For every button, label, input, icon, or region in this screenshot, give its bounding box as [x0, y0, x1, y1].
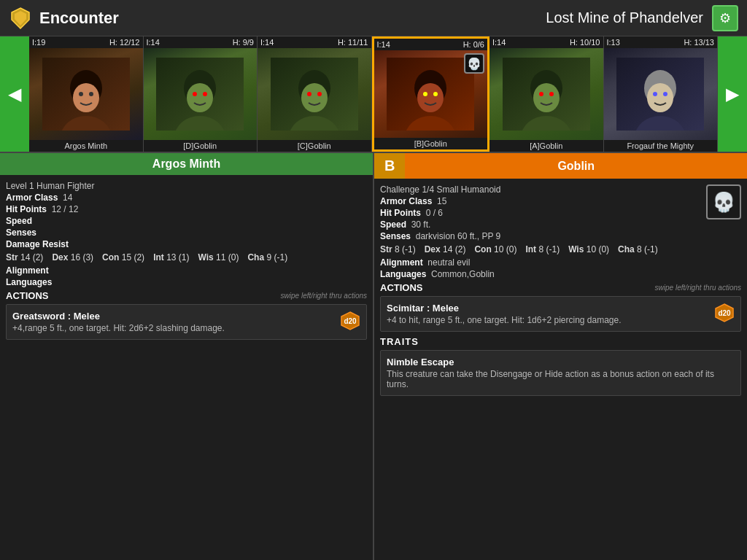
combatants-list: I:19H: 12/12Argos MinthI:14H: 9/9[D]Gobl…: [29, 36, 718, 152]
portrait-face-dgoblin: [144, 48, 258, 140]
initiative-bar: ◀ I:19H: 12/12Argos MinthI:14H: 9/9[D]Go…: [0, 36, 747, 153]
svg-point-19: [317, 92, 322, 96]
left-panel-header: Argos Minth: [0, 153, 373, 175]
right-speed-val: 30 ft.: [411, 219, 431, 230]
svg-point-24: [423, 92, 427, 96]
next-combatant-button[interactable]: ▶: [718, 36, 747, 152]
right-trait-desc: This creature can take the Disengage or …: [387, 369, 735, 389]
initiative-frogauf: I:13: [607, 38, 620, 47]
combatant-name-frogauf: Frogauf the Mighty: [604, 140, 718, 152]
initiative-argos: I:19: [32, 38, 45, 47]
portrait-face-cgoblin: [258, 48, 371, 140]
initiative-agoblin: I:14: [492, 38, 506, 47]
hp-frogauf: H: 13/13: [684, 38, 714, 47]
left-dr-label: Damage Resist: [6, 239, 69, 249]
svg-point-31: [549, 92, 554, 96]
svg-point-17: [301, 83, 328, 112]
hp-cgoblin: H: 11/11: [338, 38, 368, 47]
left-hp-label: Hit Points: [6, 204, 47, 214]
left-ac-label: Armor Class: [6, 192, 58, 203]
right-speed-label: Speed: [380, 219, 406, 230]
header-left: Encounter: [9, 7, 119, 30]
combatant-stats-bgoblin: I:14H: 0/6: [374, 39, 488, 50]
combatant-card-bgoblin[interactable]: I:14H: 0/6💀[B]Goblin: [372, 36, 490, 152]
left-hp: Hit Points 12 / 12: [6, 204, 367, 214]
left-languages-label: Languages: [6, 277, 52, 287]
right-alignment: Alignment neutral evil: [380, 257, 741, 268]
header: Encounter Lost Mine of Phandelver ⚙: [0, 0, 747, 36]
right-panel-header: Goblin: [405, 153, 747, 179]
main-content: Argos Minth Level 1 Human Fighter Armor …: [0, 153, 747, 560]
right-trait-card[interactable]: Nimble Escape This creature can take the…: [380, 350, 741, 396]
right-ac-label: Armor Class: [380, 196, 432, 206]
portrait-frogauf: [604, 48, 718, 140]
portrait-face-argos: [29, 48, 143, 140]
right-con: Con 10 (0): [474, 244, 516, 254]
combatant-card-cgoblin[interactable]: I:14H: 11/11[C]Goblin: [258, 36, 372, 152]
combatant-card-agoblin[interactable]: I:14H: 10/10[A]Goblin: [489, 36, 604, 152]
left-swipe-hint: swipe left/right thru actions: [281, 292, 367, 300]
right-panel-header-row: B Goblin: [374, 153, 747, 179]
right-alignment-label: Alignment: [380, 257, 423, 268]
right-action-card[interactable]: Scimitar : Melee +4 to hit, range 5 ft.,…: [380, 296, 741, 332]
portrait-agoblin: [489, 48, 603, 140]
combatant-name-bgoblin: [B]Goblin: [374, 138, 488, 149]
right-languages-val: Common,Goblin: [431, 269, 495, 279]
right-trait-name: Nimble Escape: [387, 357, 735, 368]
left-panel: Argos Minth Level 1 Human Fighter Armor …: [0, 153, 374, 560]
left-languages: Languages: [6, 277, 367, 287]
left-subtitle: Level 1 Human Fighter: [6, 181, 367, 191]
right-action-desc: +4 to hit, range 5 ft., one target. Hit:…: [387, 315, 735, 325]
left-ac-val: 14: [63, 192, 72, 203]
svg-point-7: [89, 92, 93, 96]
combatant-name-agoblin: [A]Goblin: [489, 140, 603, 152]
combatant-card-frogauf[interactable]: I:13H: 13/13Frogauf the Mighty: [604, 36, 719, 152]
left-con: Con 15 (2): [102, 252, 144, 262]
combatant-card-argos[interactable]: I:19H: 12/12Argos Minth: [29, 36, 144, 152]
left-action-desc: +4,range 5 ft., one target. Hit: 2d6+2 s…: [12, 323, 360, 333]
left-panel-body: Level 1 Human Fighter Armor Class 14 Hit…: [0, 175, 373, 560]
svg-text:d20: d20: [344, 317, 357, 325]
combatant-name-argos: Argos Minth: [29, 140, 143, 152]
right-speed: Speed 30 ft.: [380, 219, 741, 230]
right-dice-icon: d20: [714, 303, 735, 323]
initiative-cgoblin: I:14: [260, 38, 274, 47]
svg-point-13: [203, 92, 207, 96]
left-ac: Armor Class 14: [6, 192, 367, 203]
combatant-card-dgoblin[interactable]: I:14H: 9/9[D]Goblin: [144, 36, 258, 152]
left-action-name: Greatsword : Melee: [12, 311, 360, 322]
settings-button[interactable]: ⚙: [712, 5, 738, 31]
right-hp-val: 0 / 6: [426, 208, 443, 218]
right-senses-label: Senses: [380, 231, 411, 241]
right-senses-val: darkvision 60 ft., PP 9: [416, 231, 501, 241]
shield-icon: [9, 7, 32, 30]
portrait-face-agoblin: [489, 48, 603, 140]
svg-point-18: [307, 92, 311, 96]
left-damage-resist: Damage Resist: [6, 239, 367, 249]
svg-point-36: [653, 92, 657, 96]
left-speed-label: Speed: [6, 216, 32, 226]
right-panel: B Goblin 💀 Challenge 1/4 Small Humanoid …: [374, 153, 747, 560]
svg-point-30: [539, 92, 543, 96]
campaign-title: Lost Mine of Phandelver: [546, 9, 703, 26]
right-str: Str 8 (-1): [380, 244, 416, 254]
left-speed: Speed: [6, 216, 367, 226]
portrait-dgoblin: [144, 48, 258, 140]
left-dice-icon: d20: [340, 311, 360, 331]
right-subtitle: Challenge 1/4 Small Humanoid: [380, 184, 741, 195]
right-int: Int 8 (-1): [525, 244, 560, 254]
portrait-cgoblin: [258, 48, 371, 140]
svg-point-25: [433, 92, 438, 96]
left-panel-title: Argos Minth: [152, 158, 220, 170]
right-wis: Wis 10 (0): [568, 244, 609, 254]
portrait-argos: [29, 48, 143, 140]
svg-point-23: [417, 83, 444, 112]
initiative-bgoblin: I:14: [377, 40, 390, 49]
left-action-card[interactable]: Greatsword : Melee +4,range 5 ft., one t…: [6, 304, 367, 340]
combatant-stats-agoblin: I:14H: 10/10: [489, 36, 603, 48]
right-ac-val: 15: [437, 196, 446, 206]
right-languages: Languages Common,Goblin: [380, 269, 741, 279]
prev-combatant-button[interactable]: ◀: [0, 36, 29, 152]
right-ability-scores: Str 8 (-1) Dex 14 (2) Con 10 (0) Int 8 (…: [380, 244, 741, 254]
left-senses: Senses: [6, 228, 367, 238]
